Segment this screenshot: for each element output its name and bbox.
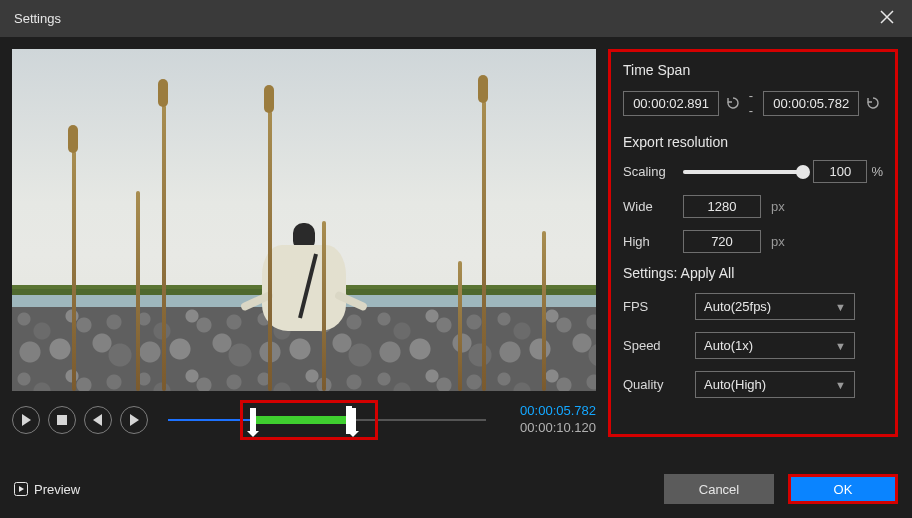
speed-select[interactable]: Auto(1x) ▼ bbox=[695, 332, 855, 359]
export-res-heading: Export resolution bbox=[623, 134, 883, 150]
cancel-label: Cancel bbox=[699, 482, 739, 497]
left-panel: 00:00:05.782 00:00:10.120 bbox=[12, 49, 596, 437]
preview-label: Preview bbox=[34, 482, 80, 497]
fps-select[interactable]: Auto(25fps) ▼ bbox=[695, 293, 855, 320]
quality-label: Quality bbox=[623, 377, 695, 392]
play-button[interactable] bbox=[12, 406, 40, 434]
video-preview[interactable] bbox=[12, 49, 596, 391]
titlebar: Settings bbox=[0, 0, 912, 37]
chevron-down-icon: ▼ bbox=[835, 340, 846, 352]
time-readout: 00:00:05.782 00:00:10.120 bbox=[496, 403, 596, 437]
current-time: 00:00:05.782 bbox=[496, 403, 596, 420]
apply-all-heading: Settings: Apply All bbox=[623, 265, 883, 281]
ok-button[interactable]: OK bbox=[788, 474, 898, 504]
fps-label: FPS bbox=[623, 299, 695, 314]
figure-illustration bbox=[262, 223, 346, 331]
svg-marker-2 bbox=[93, 414, 102, 426]
quality-value: Auto(High) bbox=[704, 377, 766, 392]
scaling-input[interactable]: 100 bbox=[813, 160, 867, 183]
settings-panel: Time Span 00:00:02.891 -- 00:00:05.782 E… bbox=[608, 49, 898, 437]
svg-marker-5 bbox=[19, 486, 24, 492]
wide-unit: px bbox=[771, 199, 785, 214]
play-icon bbox=[14, 482, 28, 496]
svg-marker-3 bbox=[130, 414, 139, 426]
fps-value: Auto(25fps) bbox=[704, 299, 771, 314]
stop-button[interactable] bbox=[48, 406, 76, 434]
ok-label: OK bbox=[834, 482, 853, 497]
scaling-slider-thumb[interactable] bbox=[796, 165, 810, 179]
svg-rect-1 bbox=[57, 415, 67, 425]
time-span-heading: Time Span bbox=[623, 62, 883, 78]
time-start-input[interactable]: 00:00:02.891 bbox=[623, 91, 719, 116]
cancel-button[interactable]: Cancel bbox=[664, 474, 774, 504]
speed-label: Speed bbox=[623, 338, 695, 353]
chevron-down-icon: ▼ bbox=[835, 301, 846, 313]
reset-end-icon[interactable] bbox=[865, 94, 883, 112]
quality-select[interactable]: Auto(High) ▼ bbox=[695, 371, 855, 398]
wide-input[interactable]: 1280 bbox=[683, 195, 761, 218]
total-time: 00:00:10.120 bbox=[496, 420, 596, 437]
footer: Preview Cancel OK bbox=[0, 462, 912, 518]
speed-value: Auto(1x) bbox=[704, 338, 753, 353]
high-label: High bbox=[623, 234, 683, 249]
high-unit: px bbox=[771, 234, 785, 249]
time-end-input[interactable]: 00:00:05.782 bbox=[763, 91, 859, 116]
scaling-slider[interactable] bbox=[683, 170, 803, 174]
preview-button[interactable]: Preview bbox=[14, 482, 80, 497]
scaling-unit: % bbox=[871, 164, 883, 179]
step-back-button[interactable] bbox=[84, 406, 112, 434]
timeline[interactable] bbox=[168, 406, 486, 434]
step-forward-button[interactable] bbox=[120, 406, 148, 434]
wide-label: Wide bbox=[623, 199, 683, 214]
chevron-down-icon: ▼ bbox=[835, 379, 846, 391]
svg-marker-0 bbox=[22, 414, 31, 426]
time-separator: -- bbox=[749, 88, 757, 118]
timeline-highlight bbox=[240, 400, 378, 440]
reset-start-icon[interactable] bbox=[725, 94, 743, 112]
window-title: Settings bbox=[14, 11, 61, 26]
scaling-label: Scaling bbox=[623, 164, 683, 179]
high-input[interactable]: 720 bbox=[683, 230, 761, 253]
close-icon[interactable] bbox=[872, 6, 902, 31]
